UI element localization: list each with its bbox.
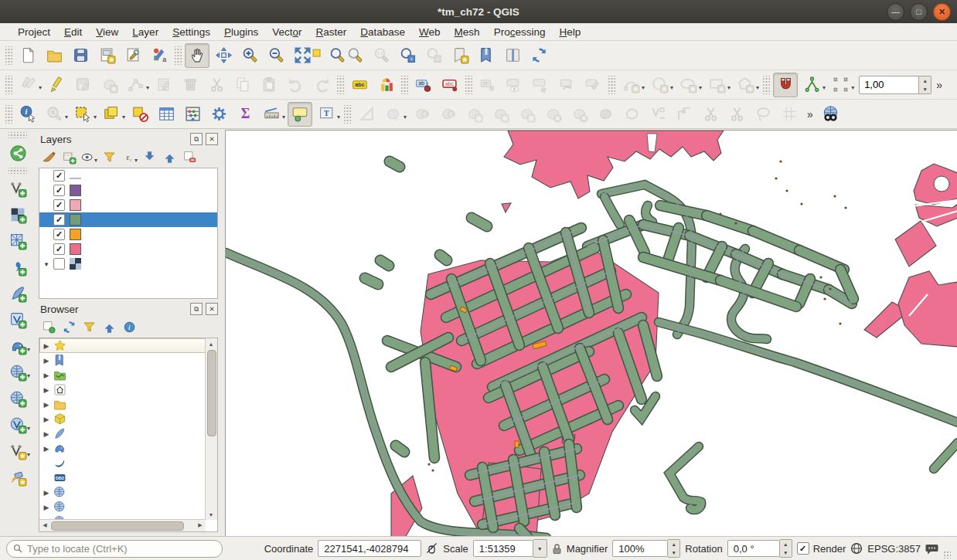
layer-checkbox[interactable]: ✓: [53, 170, 65, 182]
identify-features-button[interactable]: i: [15, 102, 40, 127]
render-checkbox-box[interactable]: ✓: [797, 542, 809, 555]
text-annotation-button[interactable]: T: [314, 102, 339, 127]
show-spatial-bookmarks-button[interactable]: [474, 43, 499, 68]
layer-checkbox[interactable]: ✓: [53, 214, 65, 226]
tree-expander-icon[interactable]: ▶: [41, 372, 52, 379]
layer-checkbox[interactable]: ✓: [53, 185, 65, 196]
collapse-all-button[interactable]: [99, 317, 119, 336]
add-postgis-layer-dropdown-icon[interactable]: ▾: [27, 346, 30, 353]
menu-processing[interactable]: Processing: [487, 25, 553, 39]
rotation-spinbox[interactable]: 0,0 ° ▲▼: [727, 539, 792, 558]
zoom-out-button[interactable]: [264, 43, 288, 68]
menu-edit[interactable]: Edit: [57, 25, 89, 39]
spin-down-icon[interactable]: ▼: [919, 85, 931, 93]
add-virtual-layer-button[interactable]: [5, 307, 31, 333]
layer-item-roads_buffer_50m[interactable]: ✓: [39, 212, 217, 227]
menu-settings[interactable]: Settings: [165, 25, 217, 39]
scrollbar-thumb[interactable]: [207, 350, 216, 436]
messages-icon[interactable]: [925, 543, 938, 555]
coordinate-input[interactable]: 2271541,-4028794: [318, 540, 421, 557]
tree-expander-icon[interactable]: ▶: [41, 386, 52, 394]
zoom-in-button[interactable]: [237, 43, 262, 68]
expand-all-button[interactable]: [139, 148, 159, 166]
manage-map-themes-button[interactable]: ▾: [79, 148, 99, 166]
resize-grip[interactable]: [943, 551, 951, 558]
lock-scale-icon[interactable]: [552, 543, 562, 555]
menu-layer[interactable]: Layer: [125, 25, 165, 39]
add-wfs-layer-dropdown-icon[interactable]: ▾: [27, 425, 30, 432]
enable-tracing-button[interactable]: [828, 73, 853, 97]
save-project-button[interactable]: [68, 43, 93, 68]
zoom-to-selection-button[interactable]: [316, 43, 341, 68]
toolbar-overflow-button[interactable]: »: [931, 79, 947, 91]
magnifier-value[interactable]: 100%: [612, 540, 668, 557]
deselect-all-button[interactable]: [128, 102, 152, 127]
scale-dropdown-icon[interactable]: ▼: [533, 539, 547, 558]
processing-toolbox-button[interactable]: [206, 102, 231, 127]
horizontal-scrollbar[interactable]: ◀▶: [39, 519, 206, 531]
menu-mesh[interactable]: Mesh: [448, 25, 487, 39]
add-spatialite-layer-button[interactable]: [5, 280, 31, 307]
tree-expander-icon[interactable]: ▶: [41, 401, 52, 409]
browser-item-favorites[interactable]: ▶: [39, 338, 217, 353]
menu-project[interactable]: Project: [11, 25, 57, 39]
rotation-down-icon[interactable]: ▼: [780, 548, 792, 557]
metasearch-button[interactable]: [819, 102, 843, 127]
filter-browser-button[interactable]: [79, 317, 99, 336]
menu-view[interactable]: View: [89, 25, 125, 39]
toolbar-handle[interactable]: [175, 46, 182, 65]
add-wms-layer-dropdown-icon[interactable]: ▾: [27, 372, 30, 379]
locate-search-input[interactable]: Type to locate (Ctrl+K): [6, 540, 223, 558]
filter-legend-button[interactable]: [99, 148, 119, 166]
crs-globe-icon[interactable]: [850, 542, 863, 555]
add-mesh-layer-button[interactable]: [5, 228, 31, 254]
magnifier-down-icon[interactable]: ▼: [668, 548, 679, 557]
render-checkbox[interactable]: ✓ Render: [797, 542, 846, 555]
menu-help[interactable]: Help: [552, 25, 587, 39]
tree-expander-icon[interactable]: ▶: [41, 416, 52, 423]
refresh-browser-button[interactable]: [59, 317, 79, 336]
browser-item-db2[interactable]: DB2: [39, 470, 217, 485]
map-canvas[interactable]: [225, 130, 957, 537]
layer-checkbox[interactable]: ✓: [53, 199, 65, 211]
tracing-offset-value[interactable]: 1,00: [859, 76, 919, 94]
layer-checkbox[interactable]: ✓: [53, 229, 65, 240]
layer-checkbox[interactable]: ✓: [53, 243, 65, 255]
close-panel-icon[interactable]: ✕: [206, 133, 218, 145]
add-delimited-text-layer-button[interactable]: [5, 254, 31, 280]
layer-checkbox[interactable]: [53, 258, 65, 270]
toggle-editing-button[interactable]: [44, 73, 69, 97]
add-vector-layer-button[interactable]: [5, 175, 31, 202]
browser-item-geopackage[interactable]: ▶: [39, 412, 217, 426]
maximize-button[interactable]: □: [910, 3, 928, 21]
layer-expander-icon[interactable]: ▾: [39, 260, 53, 268]
toolbar-handle[interactable]: [5, 46, 12, 65]
layer-item-restaurants_34S[interactable]: ✓: [39, 198, 217, 212]
magnifier-spinbox[interactable]: 100% ▲▼: [612, 539, 680, 558]
enable-snapping-button[interactable]: [773, 73, 798, 97]
field-calculator-button[interactable]: [180, 102, 205, 127]
add-wms-layer-button[interactable]: ▾: [5, 359, 31, 385]
menu-raster[interactable]: Raster: [309, 25, 354, 39]
browser-item-project-home[interactable]: ▶: [39, 368, 217, 382]
tree-expander-icon[interactable]: ▶: [41, 445, 52, 453]
rotation-value[interactable]: 0,0 °: [727, 540, 780, 557]
toolbar-handle[interactable]: [608, 76, 615, 94]
collapse-all-button[interactable]: [159, 148, 179, 166]
toolbar-handle[interactable]: [5, 76, 12, 94]
show-pinned-labels-button[interactable]: ab: [411, 73, 436, 97]
scroll-left-icon[interactable]: ◀: [39, 520, 50, 531]
rotation-up-icon[interactable]: ▲: [780, 540, 792, 548]
open-project-button[interactable]: [42, 43, 66, 68]
spin-up-icon[interactable]: ▲: [919, 76, 931, 85]
toolbar-handle[interactable]: [763, 76, 770, 94]
toolbar-handle[interactable]: [9, 132, 27, 138]
add-wcs-layer-button[interactable]: [5, 385, 31, 412]
data-source-manager-button[interactable]: [5, 140, 31, 166]
toolbar-handle[interactable]: [9, 168, 27, 174]
menu-database[interactable]: Database: [353, 25, 412, 39]
tracing-offset-spinbox[interactable]: 1,00▲▼: [859, 76, 931, 94]
menu-web[interactable]: Web: [412, 25, 448, 39]
properties-widget-button[interactable]: i: [119, 317, 139, 336]
title-bar[interactable]: *tm_ch72 - QGIS — □ ✕: [0, 0, 957, 23]
